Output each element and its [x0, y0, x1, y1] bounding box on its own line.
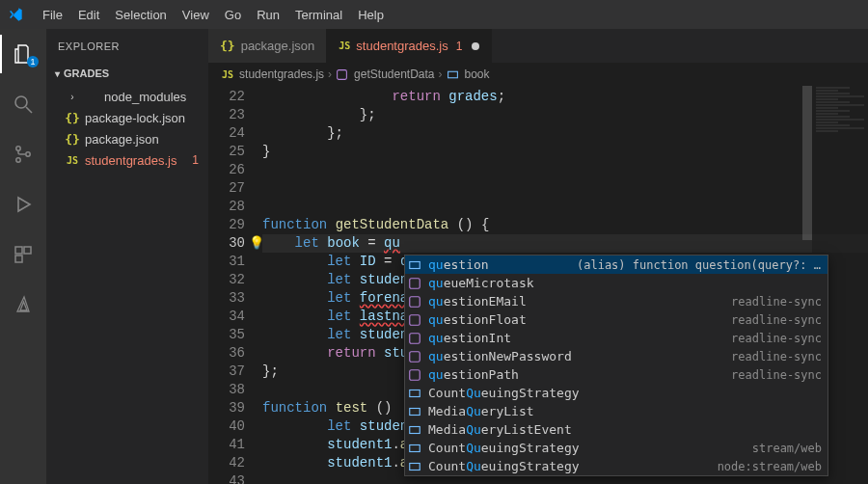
- activitybar: 1: [0, 29, 46, 484]
- symbol-function-icon: [336, 68, 348, 81]
- symbol-method-icon: [407, 313, 422, 327]
- symbol-var-icon: [407, 423, 422, 437]
- tree-item[interactable]: {}package-lock.json: [46, 107, 208, 128]
- svg-point-3: [16, 158, 20, 162]
- tab-label: studentgrades.js: [356, 39, 448, 53]
- tab-label: package.json: [241, 39, 315, 53]
- suggest-item[interactable]: questionNewPasswordreadline-sync: [405, 347, 827, 365]
- svg-rect-5: [15, 247, 22, 254]
- svg-line-1: [26, 107, 32, 113]
- svg-point-0: [15, 96, 27, 108]
- tree-item[interactable]: {}package.json: [46, 128, 208, 149]
- breadcrumb-fn: getStudentData: [354, 67, 434, 81]
- svg-rect-14: [410, 333, 420, 343]
- sidebar-title: EXPLORER: [46, 29, 208, 63]
- suggest-detail: readline-sync: [731, 313, 827, 327]
- svg-rect-10: [410, 261, 420, 268]
- suggest-label: questionFloat: [428, 312, 527, 327]
- menu-help[interactable]: Help: [350, 4, 392, 26]
- menu-terminal[interactable]: Terminal: [287, 4, 350, 26]
- activity-azure[interactable]: [0, 285, 46, 324]
- svg-point-2: [16, 147, 20, 150]
- suggest-item[interactable]: CountQueuingStrategynode:stream/web: [405, 457, 827, 475]
- js-icon: JS: [66, 155, 79, 166]
- activity-search[interactable]: [0, 85, 46, 123]
- lightbulb-icon[interactable]: 💡: [249, 235, 264, 251]
- titlebar: FileEditSelectionViewGoRunTerminalHelp: [0, 0, 868, 29]
- svg-rect-18: [410, 408, 420, 415]
- breadcrumb[interactable]: JS studentgrades.js › getStudentData › b…: [208, 63, 868, 86]
- activity-explorer[interactable]: 1: [0, 35, 46, 73]
- suggest-label: CountQueuingStrategy: [428, 459, 580, 473]
- svg-rect-9: [448, 71, 457, 78]
- suggest-detail: readline-sync: [731, 332, 827, 345]
- suggest-label: CountQueuingStrategy: [428, 386, 580, 400]
- symbol-var-icon: [407, 258, 422, 272]
- suggest-item[interactable]: MediaQueryListEvent: [405, 420, 827, 439]
- symbol-var-icon: [407, 460, 422, 473]
- suggest-item[interactable]: queueMicrotask: [405, 274, 827, 292]
- error-badge: 1: [192, 153, 199, 167]
- menu-view[interactable]: View: [175, 4, 217, 26]
- menu-file[interactable]: File: [35, 4, 70, 26]
- suggest-label: MediaQueryList: [428, 404, 534, 418]
- svg-rect-12: [410, 296, 420, 307]
- activity-extensions[interactable]: [0, 235, 46, 274]
- tab-error-count: 1: [456, 40, 463, 53]
- tree-item[interactable]: JSstudentgrades.js1: [46, 149, 208, 171]
- suggest-label: questionPath: [428, 367, 519, 382]
- explorer-badge: 1: [27, 56, 39, 67]
- suggest-label: questionNewPassword: [428, 349, 572, 363]
- activity-run-debug[interactable]: [0, 185, 46, 224]
- suggest-label: MediaQueryListEvent: [428, 422, 572, 437]
- suggest-item[interactable]: questionIntreadline-sync: [405, 329, 827, 347]
- editor-tab[interactable]: {}package.json: [208, 29, 327, 63]
- suggest-item[interactable]: questionPathreadline-sync: [405, 365, 827, 384]
- tree-item-label: node_modules: [104, 90, 186, 104]
- chevron-right-icon: ›: [328, 67, 332, 81]
- editor-tab[interactable]: JSstudentgrades.js1: [327, 29, 492, 63]
- gutter: 2223242526272829303132333435363738394041…: [208, 86, 262, 484]
- symbol-method-icon: [407, 295, 422, 309]
- suggest-label: questionEMail: [428, 294, 527, 309]
- json-icon: {}: [66, 111, 79, 125]
- suggest-item[interactable]: questionEMailreadline-sync: [405, 292, 827, 310]
- editor-tabs: {}package.jsonJSstudentgrades.js1: [208, 29, 868, 63]
- sidebar-folder-header[interactable]: ▾ GRADES: [46, 63, 208, 84]
- suggest-detail: (alias) function question(query?: any, o…: [577, 258, 827, 272]
- tree-item-label: package.json: [85, 132, 159, 147]
- chevron-right-icon: ›: [439, 67, 443, 81]
- menu-go[interactable]: Go: [217, 4, 249, 26]
- tree-item-label: studentgrades.js: [85, 153, 176, 168]
- menu-edit[interactable]: Edit: [70, 4, 107, 26]
- file-tree: ›node_modules{}package-lock.json{}packag…: [46, 84, 208, 171]
- symbol-var-icon: [407, 442, 422, 455]
- suggest-item[interactable]: MediaQueryList: [405, 402, 827, 420]
- suggest-item[interactable]: questionFloatreadline-sync: [405, 310, 827, 329]
- sidebar: EXPLORER ▾ GRADES ›node_modules{}package…: [46, 29, 208, 484]
- suggest-widget[interactable]: question(alias) function question(query?…: [404, 255, 828, 476]
- vscode-icon: [8, 7, 23, 22]
- menu-run[interactable]: Run: [249, 4, 287, 26]
- code-area[interactable]: 2223242526272829303132333435363738394041…: [208, 86, 868, 484]
- menubar: FileEditSelectionViewGoRunTerminalHelp: [35, 4, 392, 26]
- suggest-detail: node:stream/web: [718, 460, 827, 473]
- scroll-thumb[interactable]: [802, 86, 812, 240]
- svg-rect-13: [410, 314, 420, 325]
- suggest-item[interactable]: CountQueuingStrategystream/web: [405, 439, 827, 457]
- symbol-method-icon: [407, 277, 422, 290]
- activity-source-control[interactable]: [0, 135, 46, 174]
- suggest-detail: readline-sync: [731, 295, 827, 309]
- symbol-method-icon: [407, 350, 422, 363]
- suggest-item[interactable]: CountQueuingStrategy: [405, 384, 827, 402]
- tree-item[interactable]: ›node_modules: [46, 86, 208, 107]
- json-icon: {}: [66, 132, 79, 147]
- svg-point-4: [26, 152, 30, 156]
- menu-selection[interactable]: Selection: [107, 4, 174, 26]
- suggest-item[interactable]: question(alias) function question(query?…: [405, 255, 827, 274]
- svg-rect-7: [15, 255, 22, 262]
- chevron-down-icon: ▾: [50, 68, 64, 79]
- svg-rect-15: [410, 351, 420, 362]
- breadcrumb-var: book: [465, 67, 490, 81]
- js-icon: JS: [222, 69, 233, 80]
